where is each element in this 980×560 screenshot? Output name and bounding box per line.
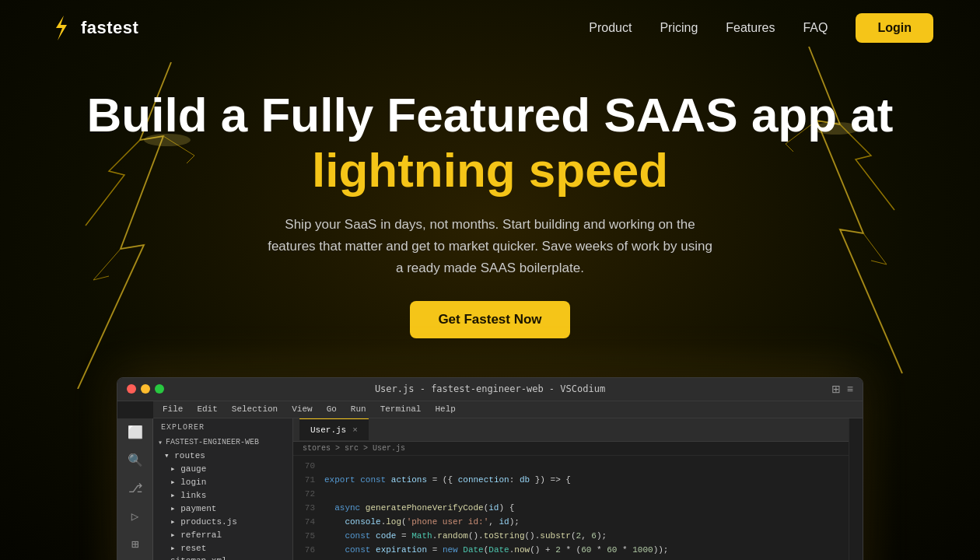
- cta-button[interactable]: Get Fastest Now: [410, 301, 569, 338]
- nav-faq[interactable]: FAQ: [803, 21, 828, 35]
- navigation: fastest Product Pricing Features FAQ Log…: [0, 0, 980, 56]
- editor-scrollbar[interactable]: [849, 418, 863, 560]
- logo[interactable]: fastest: [47, 14, 138, 42]
- menu-run[interactable]: Run: [351, 404, 366, 414]
- sidebar-payment[interactable]: ▸ payment: [153, 502, 292, 515]
- nav-links: Product Pricing Features FAQ Login: [589, 13, 933, 43]
- editor-tabs: User.js ×: [293, 418, 849, 442]
- sidebar-referral[interactable]: ▸ referral: [153, 528, 292, 541]
- explorer-icon[interactable]: ⬜: [127, 425, 144, 440]
- hero-title-accent: lightning speed: [47, 142, 933, 198]
- activity-bar: ⬜ 🔍 ⎇ ▷ ⊞ ⚗ ⊡: [117, 418, 153, 560]
- hero-title-line1: Build a Fully Featured SAAS app at: [87, 88, 894, 142]
- logo-text: fastest: [81, 18, 138, 38]
- menu-edit[interactable]: Edit: [197, 404, 217, 414]
- editor-body: File Edit Selection View Go Run Terminal…: [117, 401, 863, 560]
- menu-go[interactable]: Go: [327, 404, 337, 414]
- close-tab-icon[interactable]: ×: [352, 425, 358, 435]
- git-icon[interactable]: ⎇: [127, 481, 144, 496]
- debug-icon[interactable]: ▷: [127, 509, 144, 524]
- maximize-window-button[interactable]: [155, 384, 164, 394]
- settings-icon[interactable]: ≡: [847, 383, 853, 395]
- nav-features[interactable]: Features: [726, 21, 775, 35]
- search-activity-icon[interactable]: 🔍: [127, 453, 144, 468]
- nav-product[interactable]: Product: [589, 21, 632, 35]
- editor-breadcrumb: stores > src > User.js: [293, 442, 849, 456]
- editor-toolbar-icons: ⊞ ≡: [831, 383, 853, 395]
- sidebar-sitemap[interactable]: sitemap.xml: [153, 555, 292, 560]
- project-name[interactable]: ▾FASTEST-ENGINEER-WEB: [153, 436, 292, 449]
- menu-terminal[interactable]: Terminal: [380, 404, 422, 414]
- code-editor: User.js - fastest-engineer-web - VSCodiu…: [117, 377, 863, 560]
- sidebar-login[interactable]: ▸ login: [153, 475, 292, 488]
- menu-view[interactable]: View: [292, 404, 312, 414]
- file-explorer: Explorer ▾FASTEST-ENGINEER-WEB ▾ routes …: [153, 418, 293, 560]
- minimize-window-button[interactable]: [141, 384, 150, 394]
- menu-selection[interactable]: Selection: [232, 404, 278, 414]
- editor-titlebar: User.js - fastest-engineer-web - VSCodiu…: [117, 378, 863, 401]
- logo-icon: [47, 14, 75, 42]
- explorer-header: Explorer: [153, 418, 292, 436]
- editor-code-area: 70717273747576777879808182838485 export …: [293, 456, 849, 560]
- nav-pricing[interactable]: Pricing: [660, 21, 698, 35]
- editor-window-controls: [127, 384, 164, 394]
- split-editor-icon[interactable]: ⊞: [831, 383, 841, 395]
- hero-title: Build a Fully Featured SAAS app at light…: [47, 87, 933, 198]
- line-numbers: 70717273747576777879808182838485: [293, 459, 324, 560]
- editor-main: User.js × stores > src > User.js 7071727…: [293, 418, 849, 560]
- extensions-icon[interactable]: ⊞: [127, 537, 144, 552]
- sidebar-products[interactable]: ▸ products.js: [153, 515, 292, 528]
- sidebar-gauge[interactable]: ▸ gauge: [153, 462, 292, 475]
- sidebar-routes[interactable]: ▾ routes: [153, 449, 292, 462]
- tab-userjs[interactable]: User.js ×: [299, 418, 369, 440]
- hero-subtitle: Ship your SaaS in days, not months. Star…: [264, 214, 716, 279]
- menu-file[interactable]: File: [163, 404, 183, 414]
- login-button[interactable]: Login: [856, 13, 933, 43]
- menu-help[interactable]: Help: [435, 404, 455, 414]
- svg-marker-2: [56, 16, 67, 40]
- editor-title: User.js - fastest-engineer-web - VSCodiu…: [375, 383, 605, 394]
- sidebar-reset[interactable]: ▸ reset: [153, 541, 292, 555]
- sidebar-links[interactable]: ▸ links: [153, 488, 292, 502]
- code-content[interactable]: export const actions = ({ connection: db…: [324, 459, 849, 560]
- close-window-button[interactable]: [127, 384, 136, 394]
- hero-section: Build a Fully Featured SAAS app at light…: [0, 56, 980, 362]
